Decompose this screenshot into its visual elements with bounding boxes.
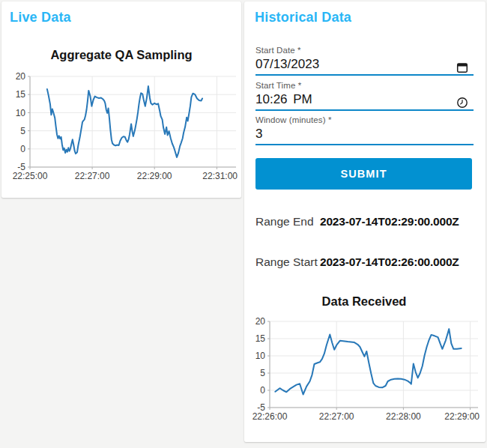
start-time-underline: [255, 109, 474, 111]
svg-text:5: 5: [20, 126, 25, 136]
start-date-field[interactable]: Start Date * 07/13/2023: [255, 46, 474, 76]
svg-text:15: 15: [16, 89, 26, 100]
svg-text:22:27:00: 22:27:00: [75, 171, 110, 181]
svg-text:20: 20: [255, 316, 266, 327]
range-start-row: Range Start 2023-07-14T02:26:00.000Z: [244, 255, 486, 270]
window-minutes-underline: [255, 144, 474, 145]
range-end-value: 2023-07-14T02:29:00.000Z: [320, 214, 459, 229]
range-start-value: 2023-07-14T02:26:00.000Z: [320, 255, 459, 270]
range-end-label: Range End: [255, 214, 314, 229]
start-date-label: Start Date *: [255, 46, 474, 55]
historical-data-title: Historical Data: [255, 10, 351, 25]
svg-text:22:29:00: 22:29:00: [444, 411, 480, 422]
data-received-chart: 20151050-522:26:0022:27:0022:28:0022:29:…: [244, 315, 486, 429]
svg-text:0: 0: [20, 144, 25, 154]
svg-text:22:26:00: 22:26:00: [252, 411, 288, 422]
svg-text:5: 5: [260, 368, 265, 378]
historical-data-panel: Historical Data Start Date * 07/13/2023 …: [244, 1, 486, 442]
start-time-value[interactable]: 10:26 PM: [255, 91, 474, 108]
svg-text:15: 15: [255, 333, 266, 344]
svg-text:22:25:00: 22:25:00: [13, 171, 48, 181]
svg-text:22:29:00: 22:29:00: [137, 171, 172, 181]
window-minutes-label: Window (minutes) *: [255, 115, 474, 125]
live-data-title: Live Data: [10, 10, 71, 25]
range-end-row: Range End 2023-07-14T02:29:00.000Z: [244, 214, 486, 229]
aggregate-chart-title: Aggregate QA Sampling: [16, 48, 226, 62]
window-minutes-value[interactable]: 3: [255, 126, 474, 142]
start-time-label: Start Time *: [255, 81, 474, 91]
svg-text:22:27:00: 22:27:00: [319, 411, 354, 422]
start-date-underline: [255, 74, 474, 76]
start-date-value[interactable]: 07/13/2023: [255, 56, 474, 73]
svg-text:10: 10: [16, 108, 26, 118]
clock-icon[interactable]: [456, 97, 468, 109]
submit-button[interactable]: SUBMIT: [255, 158, 472, 190]
svg-text:22:28:00: 22:28:00: [386, 411, 421, 422]
svg-text:22:31:00: 22:31:00: [202, 171, 238, 181]
live-data-panel: Live Data Aggregate QA Sampling 20151050…: [1, 1, 241, 198]
svg-text:0: 0: [260, 385, 265, 396]
range-start-label: Range Start: [255, 255, 318, 270]
svg-text:20: 20: [16, 71, 26, 82]
calendar-icon[interactable]: [456, 61, 468, 73]
aggregate-qa-sampling-chart: 20151050-522:25:0022:27:0022:29:0022:31:…: [1, 67, 241, 184]
start-time-field[interactable]: Start Time * 10:26 PM: [255, 81, 474, 111]
svg-text:10: 10: [255, 351, 266, 361]
data-received-chart-title: Data Received: [259, 294, 469, 309]
window-minutes-field[interactable]: Window (minutes) * 3: [255, 115, 474, 145]
